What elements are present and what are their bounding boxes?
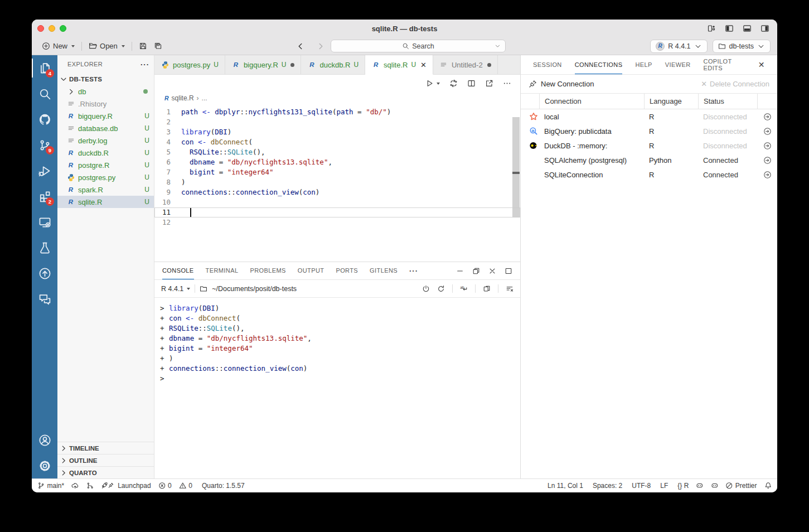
status-bar-item[interactable] <box>71 482 79 490</box>
connect-arrow-icon[interactable] <box>757 127 777 136</box>
close-panel-icon[interactable] <box>488 267 496 275</box>
code-line[interactable]: 12 <box>154 217 520 228</box>
editor-tab[interactable]: R sqlite.R U ✕ <box>365 55 433 75</box>
split-editor-button[interactable] <box>467 79 476 88</box>
code-line[interactable]: 4 con <- dbConnect( <box>154 137 520 147</box>
status-bar-item[interactable]: UTF-8 <box>629 482 651 490</box>
status-bar-item[interactable] <box>764 482 772 490</box>
activity-bar-item[interactable]: 2 <box>32 183 57 209</box>
code-line[interactable]: 6 dbname = "db/nycflights13.sqlite", <box>154 157 520 167</box>
status-bar-item[interactable]: main* <box>37 482 64 490</box>
status-bar-item[interactable]: Launchpad <box>101 482 151 490</box>
source-file-button[interactable] <box>449 79 458 88</box>
status-bar-item[interactable]: Ln 11, Col 1 <box>545 482 583 490</box>
file-row[interactable]: R sqlite.R U <box>57 196 154 208</box>
activity-bar-item[interactable] <box>32 286 57 312</box>
code-line[interactable]: 8 ) <box>154 177 520 187</box>
sidebar-more-actions[interactable]: ··· <box>141 60 149 69</box>
connection-row[interactable]: SQLiteConnection R Connected <box>521 167 777 182</box>
status-bar-item[interactable]: {} R <box>675 482 689 490</box>
file-row[interactable]: postgres.py U <box>57 171 154 183</box>
open-in-new-window-button[interactable] <box>485 79 493 88</box>
file-row[interactable]: .Rhistory <box>57 98 154 110</box>
code-line[interactable]: 11 <box>154 207 520 217</box>
activity-bar-item[interactable] <box>32 81 57 107</box>
sidebar-section[interactable]: TIMELINE <box>57 442 154 454</box>
connect-arrow-icon[interactable] <box>757 142 777 150</box>
status-bar-item[interactable] <box>86 482 94 490</box>
code-line[interactable]: 1 path <- dbplyr::nycflights131_sqlite(p… <box>154 107 520 117</box>
status-bar-item[interactable]: LF <box>658 482 668 490</box>
panel-tab[interactable]: PROBLEMS <box>250 262 285 279</box>
column-status[interactable]: Status <box>698 94 757 109</box>
connect-arrow-icon[interactable] <box>757 113 777 121</box>
shutdown-console-button[interactable] <box>422 285 430 293</box>
secondary-panel-tab[interactable]: HELP <box>635 55 652 74</box>
save-all-button[interactable] <box>151 40 166 52</box>
status-bar-item[interactable]: 0 <box>179 482 192 490</box>
secondary-panel-tab[interactable]: SESSION <box>533 55 562 74</box>
status-bar-item[interactable] <box>696 482 704 490</box>
connect-arrow-icon[interactable] <box>757 171 777 179</box>
new-button[interactable]: New <box>38 40 78 52</box>
close-tab-icon[interactable]: ✕ <box>420 61 427 69</box>
secondary-panel-tab[interactable]: CONNECTIONS <box>575 55 623 74</box>
connection-row[interactable]: local R Disconnected <box>521 109 777 124</box>
close-window-button[interactable] <box>37 25 44 32</box>
connection-row[interactable]: SQLAlchemy (postgresql) Python Connected <box>521 153 777 167</box>
panel-layout-icon[interactable] <box>505 267 512 275</box>
editor-tab[interactable]: Untitled-2 <box>433 55 498 74</box>
file-row[interactable]: R postgre.R U <box>57 159 154 171</box>
project-selector[interactable]: db-tests <box>713 40 771 53</box>
connection-row[interactable]: DuckDB - :memory: R Disconnected <box>521 138 777 153</box>
code-line[interactable]: 7 bigint = "integer64" <box>154 167 520 177</box>
status-bar-item[interactable]: 0 <box>158 482 172 490</box>
word-wrap-button[interactable]: ab <box>460 285 468 293</box>
connect-arrow-icon[interactable] <box>757 156 777 165</box>
panel-tab[interactable]: CONSOLE <box>162 262 194 279</box>
code-line[interactable]: 2 <box>154 117 520 127</box>
activity-bar-item[interactable] <box>32 260 57 286</box>
activity-bar-item[interactable]: 9 <box>32 132 57 158</box>
editor-tab[interactable]: R duckdb.R U <box>301 55 365 74</box>
run-file-button[interactable] <box>425 79 440 88</box>
sidebar-section[interactable]: QUARTO <box>57 466 154 478</box>
code-editor[interactable]: 1 path <- dbplyr::nycflights131_sqlite(p… <box>154 104 520 262</box>
activity-bar-item[interactable] <box>32 427 57 453</box>
activity-bar-item[interactable]: 4 <box>32 55 57 81</box>
editor-scrollbar[interactable] <box>512 117 520 217</box>
file-row[interactable]: R duckdb.R U <box>57 147 154 159</box>
code-line[interactable]: 5 RSQLite::SQLite(), <box>154 147 520 157</box>
folder-section-header[interactable]: DB-TESTS <box>57 73 154 85</box>
global-search-input[interactable]: Search <box>331 40 506 52</box>
activity-bar-item[interactable] <box>32 158 57 183</box>
activity-bar-item[interactable] <box>32 235 57 260</box>
column-connection[interactable]: Connection <box>539 94 644 109</box>
status-bar-item[interactable]: Quarto: 1.5.57 <box>200 482 245 490</box>
minimize-window-button[interactable] <box>49 25 55 32</box>
interpreter-selector[interactable]: R R 4.4.1 <box>650 40 707 53</box>
restore-panel-icon[interactable] <box>472 267 480 275</box>
activity-bar-item[interactable] <box>32 453 57 478</box>
activity-bar-item[interactable] <box>32 209 57 235</box>
status-bar-item[interactable] <box>711 482 719 490</box>
editor-tab[interactable]: postgres.py U <box>154 55 225 74</box>
restart-console-button[interactable] <box>437 285 445 293</box>
move-console-button[interactable] <box>483 285 491 293</box>
panel-more-tabs[interactable]: ··· <box>409 267 418 275</box>
zoom-window-button[interactable] <box>60 25 66 32</box>
panel-tab[interactable]: OUTPUT <box>298 262 324 279</box>
save-button[interactable] <box>135 40 151 52</box>
toggle-primary-sidebar-icon[interactable] <box>725 24 734 33</box>
panel-tab[interactable]: TERMINAL <box>206 262 239 279</box>
toggle-secondary-sidebar-icon[interactable] <box>760 24 769 33</box>
close-secondary-panel-icon[interactable]: ✕ <box>758 60 765 69</box>
connection-row[interactable]: BigQuery: publicdata R Disconnected <box>521 124 777 138</box>
file-row[interactable]: R bigquery.R U <box>57 110 154 122</box>
breadcrumb[interactable]: R sqlite.R › ... <box>154 92 520 104</box>
forward-button[interactable] <box>317 42 324 50</box>
panel-tab[interactable]: PORTS <box>336 262 358 279</box>
sidebar-section[interactable]: OUTLINE <box>57 454 154 466</box>
activity-bar-item[interactable] <box>32 107 57 132</box>
panel-tab[interactable]: GITLENS <box>370 262 398 279</box>
